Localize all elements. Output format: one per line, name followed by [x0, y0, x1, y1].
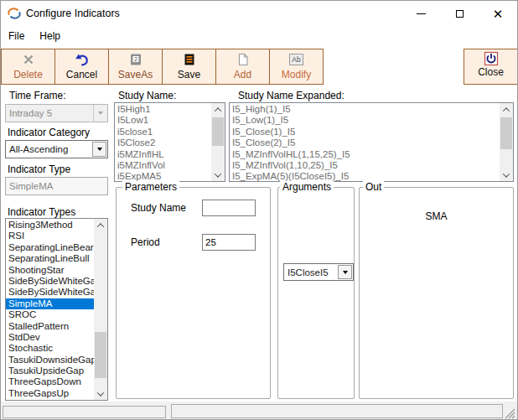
parameter-period-input[interactable] [202, 234, 256, 251]
study-name-expanded-scrollbar[interactable] [500, 103, 513, 181]
blank-page-icon [236, 51, 251, 68]
close-button-label: Close [478, 66, 504, 78]
parameter-study-name-label: Study Name [131, 202, 186, 214]
indicator-type-list-item[interactable]: ThreeGapsUp [6, 388, 94, 399]
add-button[interactable]: Add [216, 49, 270, 84]
scrollbar-thumb[interactable] [95, 332, 106, 378]
indicator-type-list-item[interactable]: SideBySideWhiteGap [6, 276, 94, 287]
configure-indicators-window: Configure Indicators ✕ FileHelp Delete C… [0, 0, 518, 420]
time-frame-value: Intraday 5 [6, 108, 93, 118]
scroll-up-arrow-icon[interactable] [211, 103, 225, 116]
study-name-expanded-list-item[interactable]: I5_Close(2)_I5 [230, 137, 500, 148]
scroll-down-arrow-icon[interactable] [94, 387, 107, 400]
study-name-list-item[interactable]: i5ExpMA5 [115, 171, 211, 181]
study-name-expanded-list-item[interactable]: I5_ExpMA(5)(I5CloseI5)_I5 [230, 171, 500, 181]
scrollbar-thumb[interactable] [500, 117, 512, 149]
ab-box-icon-text: Ab [289, 54, 303, 65]
menu-item[interactable]: File [1, 28, 32, 44]
cancel-button-label: Cancel [66, 69, 97, 80]
floppy-gray-icon: 2 [128, 51, 143, 68]
study-name-expanded-list-item[interactable]: I5_Low(1)_I5 [230, 115, 500, 126]
indicator-type-list-item[interactable]: TasukiUpsideGap [6, 366, 94, 376]
save-button-label: Save [178, 69, 200, 80]
save-button[interactable]: Save [163, 49, 216, 84]
maximize-button[interactable] [440, 1, 479, 26]
indicator-type-list-item[interactable]: RSI [6, 231, 94, 241]
study-name-listbox[interactable]: I5High1I5Low1i5close1I5Close2i5MZInflHLi… [114, 102, 225, 182]
study-name-list-item[interactable]: i5MZInflVol [115, 160, 211, 171]
modify-button[interactable]: Ab Modify [270, 49, 324, 84]
close-button[interactable]: Close [464, 49, 518, 85]
minimize-button[interactable] [401, 1, 440, 26]
indicator-type-list-item[interactable]: ThreeGapsDown [6, 376, 94, 387]
indicator-type-list-item[interactable]: StdDev [6, 332, 94, 343]
out-value: SMA [360, 210, 513, 222]
indicator-type-list-item[interactable]: SROC [6, 309, 94, 320]
indicator-type-list-item[interactable]: SeparatingLineBear [6, 242, 94, 253]
menubar: FileHelp [1, 26, 517, 46]
delete-x-icon [21, 51, 36, 68]
scroll-up-arrow-icon[interactable] [500, 103, 513, 116]
out-groupbox: Out SMA [359, 187, 514, 399]
close-window-button[interactable]: ✕ [479, 1, 517, 26]
indicator-type-label: Indicator Type [8, 163, 70, 175]
indicator-type-list-item[interactable]: SideBySideWhiteGap [6, 287, 94, 298]
maximize-icon [456, 10, 464, 18]
study-name-list-item[interactable]: I5Low1 [115, 115, 211, 126]
scroll-down-arrow-icon[interactable] [211, 169, 225, 181]
delete-button[interactable]: Delete [2, 49, 55, 84]
study-name-expanded-list-item[interactable]: I5_Close(1)_I5 [230, 127, 500, 137]
study-name-list-item[interactable]: i5MZInflHL [115, 149, 211, 160]
study-name-expanded-list-item[interactable]: I5_MZInflVolHL(1,15,25)_I5 [230, 149, 500, 160]
argument-combobox[interactable]: I5CloseI5 [283, 263, 354, 281]
menu-item[interactable]: Help [32, 28, 68, 44]
indicator-category-value: All-Ascending [6, 144, 92, 154]
indicator-type-list-item[interactable]: ThreeWhiteSoldiers [6, 399, 94, 400]
argument-dropdown-arrow-icon[interactable] [338, 265, 352, 279]
study-name-expanded-label: Study Name Expanded: [238, 90, 344, 101]
status-panel-main [171, 404, 503, 418]
parameters-group-title: Parameters [122, 181, 179, 193]
floppy-black-icon [182, 51, 197, 68]
study-name-label: Study Name: [118, 90, 176, 101]
scrollbar-thumb[interactable] [212, 117, 224, 146]
indicator-category-dropdown-arrow-icon[interactable] [92, 142, 106, 157]
parameter-period-label: Period [131, 236, 160, 248]
saveas-button-label: SaveAs [118, 69, 153, 80]
study-name-scrollbar[interactable] [211, 103, 225, 181]
study-name-expanded-list-item[interactable]: I5_High(1)_I5 [230, 104, 500, 115]
indicator-type-list-item[interactable]: SimpleMA [6, 298, 94, 309]
window-title: Configure Indicators [26, 8, 120, 19]
indicator-category-combobox[interactable]: All-Ascending [5, 140, 108, 158]
study-name-expanded-listbox[interactable]: I5_High(1)_I5I5_Low(1)_I5I5_Close(1)_I5I… [229, 102, 514, 182]
time-frame-label: Time Frame: [9, 90, 66, 101]
indicator-types-listbox[interactable]: Rising3MethodRSISeparatingLineBearSepara… [5, 218, 108, 401]
svg-text:2: 2 [134, 56, 137, 62]
indicator-type-list-item[interactable]: StalledPattern [6, 321, 94, 332]
saveas-button[interactable]: 2 SaveAs [109, 49, 163, 84]
indicator-type-list-item[interactable]: TasukiDownsideGap [6, 355, 94, 366]
close-icon: ✕ [493, 8, 504, 20]
time-frame-dropdown-arrow-icon [93, 105, 107, 122]
cancel-button[interactable]: Cancel [55, 49, 109, 84]
ab-box-icon: Ab [289, 51, 303, 68]
indicator-type-value: SimpleMA [9, 181, 53, 191]
time-frame-combobox: Intraday 5 [5, 104, 108, 122]
scroll-down-arrow-icon[interactable] [500, 169, 513, 181]
study-name-list-item[interactable]: i5close1 [115, 127, 211, 137]
indicator-type-list-item[interactable]: ShootingStar [6, 265, 94, 276]
resize-grip[interactable] [505, 408, 515, 419]
parameter-study-name-input[interactable] [202, 200, 256, 216]
power-icon [484, 51, 499, 66]
scroll-up-arrow-icon[interactable] [94, 219, 107, 231]
indicator-type-field: SimpleMA [5, 177, 108, 195]
indicator-type-list-item[interactable]: SeparatingLineBull [6, 253, 94, 264]
indicator-type-list-item[interactable]: Stochastic [6, 343, 94, 354]
indicator-type-list-item[interactable]: Rising3Method [6, 220, 94, 231]
study-name-list-item[interactable]: I5Close2 [115, 137, 211, 148]
indicator-types-scrollbar[interactable] [94, 219, 107, 400]
modify-button-label: Modify [282, 69, 311, 80]
study-name-list-item[interactable]: I5High1 [115, 104, 211, 115]
minimize-icon [417, 13, 426, 14]
study-name-expanded-list-item[interactable]: I5_MZInflVol(1,10,25)_I5 [230, 160, 500, 171]
